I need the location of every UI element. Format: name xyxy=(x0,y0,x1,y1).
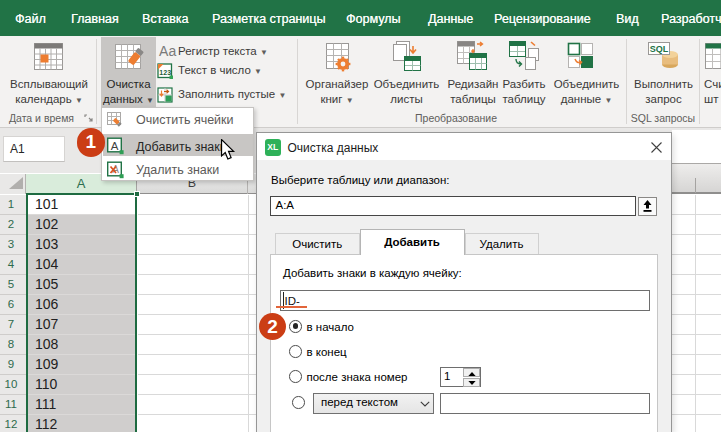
svg-text:SQL: SQL xyxy=(650,44,669,54)
svg-text:123: 123 xyxy=(159,69,171,76)
svg-text:A: A xyxy=(111,139,119,151)
